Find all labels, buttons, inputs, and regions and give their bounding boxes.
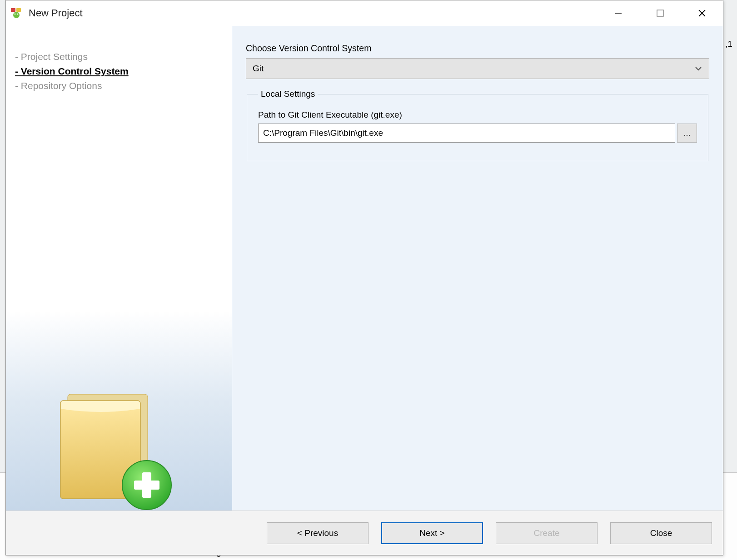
previous-button[interactable]: < Previous (267, 522, 368, 544)
title-bar: New Project (6, 0, 723, 26)
minimize-button[interactable] (598, 3, 639, 23)
svg-point-2 (13, 12, 20, 18)
svg-rect-6 (657, 10, 663, 16)
vcs-select[interactable]: Git (246, 58, 709, 79)
folder-plus-icon (56, 376, 174, 503)
svg-point-3 (15, 14, 16, 15)
step-project-settings[interactable]: - Project Settings (15, 50, 232, 64)
step-repository-options[interactable]: - Repository Options (15, 79, 232, 93)
wizard-sidebar: - Project Settings - Version Control Sys… (6, 26, 232, 510)
main-panel: Choose Version Control System Git Local … (232, 26, 723, 510)
git-path-input[interactable] (258, 124, 675, 143)
svg-rect-15 (134, 481, 159, 490)
svg-rect-1 (16, 8, 21, 12)
wizard-footer: < Previous Next > Create Close (6, 510, 723, 555)
app-icon (10, 7, 22, 19)
git-path-label: Path to Git Client Executable (git.exe) (258, 110, 697, 120)
edge-stray-text: ,1 (725, 39, 732, 49)
vcs-select-value: Git (253, 64, 694, 74)
vcs-label: Choose Version Control System (246, 43, 709, 54)
close-dialog-button[interactable]: Close (610, 522, 712, 544)
create-button: Create (496, 522, 598, 544)
step-version-control-system[interactable]: - Version Control System (15, 64, 232, 79)
wizard-step-list: - Project Settings - Version Control Sys… (6, 26, 232, 93)
svg-point-4 (17, 14, 19, 15)
window-title: New Project (29, 7, 598, 19)
maximize-button[interactable] (639, 3, 681, 23)
svg-rect-0 (11, 8, 15, 12)
local-settings-legend: Local Settings (258, 89, 318, 99)
local-settings-group: Local Settings Path to Git Client Execut… (247, 89, 708, 161)
close-button[interactable] (681, 3, 723, 23)
new-project-dialog: New Project - Project Settings - Version… (5, 0, 723, 555)
chevron-down-icon (694, 64, 702, 73)
next-button[interactable]: Next > (381, 522, 483, 544)
browse-button[interactable]: ... (677, 124, 697, 143)
